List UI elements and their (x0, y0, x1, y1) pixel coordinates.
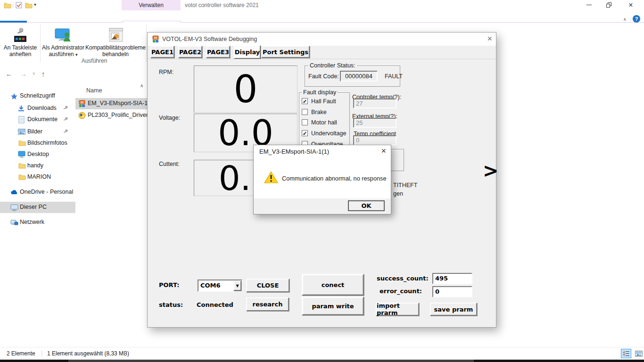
sidebar-item-documents[interactable]: Dokumente (0, 114, 75, 125)
voltage-label: Voltage: (159, 115, 180, 121)
sidebar-item-quick-access[interactable]: Schnellzugriff (0, 90, 75, 102)
quick-access-newfolder-icon[interactable] (25, 2, 33, 8)
fault-code-field[interactable]: 00000084 (340, 71, 378, 82)
motor-hall-label: Motor hall (311, 119, 337, 126)
folder-icon (18, 173, 26, 180)
success-count-field[interactable]: 495 (432, 273, 472, 284)
dialog-close-icon[interactable]: × (487, 34, 492, 44)
navigation-pane: Schnellzugriff Downloads Dokumente Bilde… (0, 83, 75, 347)
error-count-field[interactable]: 0 (432, 286, 472, 297)
pinned-icon (63, 129, 69, 134)
compatibility-icon (108, 27, 124, 42)
quick-access-customize-icon[interactable]: ▾ (34, 2, 36, 7)
divider (41, 350, 42, 357)
quick-access-folder-icon[interactable] (4, 2, 11, 8)
pushpin-icon (15, 27, 25, 36)
undervoltage-checkbox[interactable]: ✓ (302, 130, 308, 136)
brake-checkbox[interactable] (302, 109, 308, 115)
combo-dropdown-icon[interactable]: ▼ (233, 280, 241, 291)
save-param-button[interactable]: save prarm (430, 303, 477, 316)
sidebar-item-downloads[interactable]: Downloads (0, 103, 75, 114)
external-temp-field[interactable]: 25 (353, 118, 396, 128)
sidebar-item-desktop[interactable]: Desktop (0, 149, 75, 160)
brake-label: Brake (311, 109, 327, 115)
ribbon-group-label: Ausführen (76, 58, 112, 64)
sidebar-item-onedrive[interactable]: OneDrive - Personal (0, 187, 75, 198)
ribbon-tab-bar: Datei Start Freigeben Ansicht Anwendungs… (0, 10, 644, 23)
tab-page1[interactable]: PAGE1 (150, 46, 174, 58)
research-button[interactable]: research (246, 297, 289, 311)
em-app-icon: M (78, 100, 86, 107)
tab-display[interactable]: Display (234, 45, 261, 59)
controller-status-legend: Controller Status: (308, 62, 357, 69)
pl2303-app-icon (78, 112, 86, 119)
dialog-titlebar[interactable]: M VOTOL-EM-V3 Software Debugging × (148, 33, 496, 46)
folder-icon (18, 140, 26, 146)
com-port-select[interactable]: COM6 ▼ (198, 280, 242, 292)
help-icon[interactable]: ? (633, 15, 640, 23)
file-row-pl2303[interactable]: PL2303_Prolific_Driver (75, 110, 147, 121)
pinned-icon (63, 105, 69, 111)
divider (13, 2, 13, 8)
window-title: votol controller software 2021 (185, 2, 259, 8)
onedrive-cloud-icon (10, 189, 18, 195)
desktop-icon (18, 151, 25, 158)
up-icon[interactable]: ↑ (41, 70, 45, 78)
details-view-button[interactable] (621, 349, 631, 358)
back-icon[interactable]: ← (6, 70, 13, 78)
tab-port-settings[interactable]: Port Settings (261, 46, 310, 58)
collapse-ribbon-icon[interactable]: ∧ (623, 17, 627, 22)
undervoltage-label: Undervoltage (311, 130, 346, 137)
message-box: EM_V3-EMsport-SIA-1(1) × Communication a… (253, 145, 391, 214)
taskbar-segment (68, 360, 474, 362)
svg-text:M: M (154, 36, 157, 40)
status-bar: 2 Elemente 1 Element ausgewählt (8,33 MB… (0, 347, 644, 360)
temp-coefficient-field[interactable]: 0 (353, 135, 396, 145)
quick-access-star-icon (10, 93, 18, 99)
recent-locations-icon[interactable]: ∨ (32, 71, 35, 76)
tab-page3[interactable]: PAGE3 (206, 46, 230, 58)
item-count: 2 Elemente (7, 350, 35, 357)
sidebar-item-screenshots[interactable]: Bildschirmfotos (0, 138, 75, 149)
warning-icon (264, 171, 278, 184)
sidebar-item-this-pc[interactable]: Dieser PC (0, 202, 75, 213)
downloads-icon (18, 105, 25, 112)
fault-text: FAULT (385, 73, 403, 80)
import-param-button[interactable]: import prarm (376, 303, 419, 316)
sidebar-item-network[interactable]: Netzwerk (0, 217, 75, 228)
forward-icon[interactable]: → (20, 70, 27, 78)
admin-monitor-icon (55, 28, 72, 42)
tab-verwalten[interactable]: Verwalten (122, 0, 181, 10)
explorer-titlebar: ▾ Verwalten votol controller software 20… (0, 0, 644, 10)
document-icon (18, 116, 25, 123)
svg-text:M: M (81, 101, 83, 105)
param-write-button[interactable]: param write (302, 296, 364, 315)
status-label: status: (159, 301, 183, 308)
fault-code-label: Fault Code: (308, 73, 339, 80)
sort-ascending-icon[interactable]: ∧ (140, 83, 143, 88)
dropdown-caret-icon: ▾ (75, 52, 78, 57)
network-icon (10, 219, 18, 226)
sidebar-item-marion[interactable]: MARION (0, 172, 75, 183)
column-header-name[interactable]: Name (86, 87, 102, 94)
sidebar-item-handy[interactable]: handy (0, 160, 75, 172)
file-row-em-v3[interactable]: M EM_V3-EMsport-SIA-1 (75, 98, 147, 109)
message-box-footer: OK (254, 198, 391, 214)
dialog-title: VOTOL-EM-V3 Software Debugging (162, 36, 257, 42)
tab-page2[interactable]: PAGE2 (178, 46, 202, 58)
controller-temp-field[interactable]: 27 (353, 99, 396, 108)
divider (124, 350, 125, 357)
quick-access-properties-icon[interactable] (16, 2, 23, 8)
hall-fault-checkbox[interactable]: ✓ (302, 98, 308, 104)
message-box-close-icon[interactable]: × (381, 146, 386, 156)
connect-button[interactable]: conect (302, 274, 364, 296)
close-port-button[interactable]: CLOSE (246, 279, 289, 292)
antitheft-partial-text: TITHEFT (393, 182, 417, 189)
pinned-icon (63, 116, 69, 122)
thumbnail-view-button[interactable] (633, 349, 644, 358)
ok-button[interactable]: OK (348, 200, 385, 211)
sidebar-item-pictures[interactable]: Bilder (0, 126, 75, 138)
next-arrow[interactable]: > (483, 160, 499, 181)
motor-hall-checkbox[interactable] (302, 119, 308, 125)
thumbnail-view-icon (635, 351, 643, 357)
